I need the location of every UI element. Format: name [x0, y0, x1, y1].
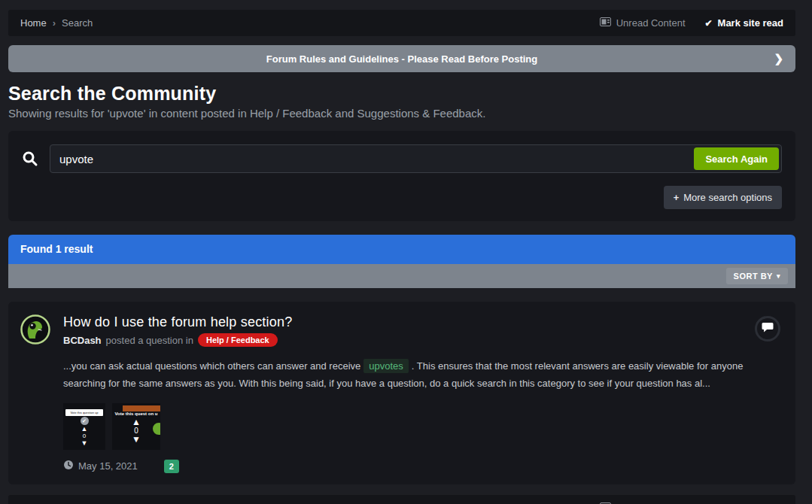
result-footer: May 15, 2021 2 [63, 460, 780, 473]
result-byline: BCDash posted a question in Help / Feedb… [63, 333, 755, 347]
author-link[interactable]: BCDash [63, 335, 102, 346]
upvote-arrow-icon: ▲ [132, 418, 141, 427]
page-container: Home › Search Unread Content ✔ Mark site… [8, 10, 795, 504]
chevron-right-icon: ❯ [774, 52, 783, 65]
unread-content-icon [600, 17, 611, 29]
snippet-highlight: upvotes [363, 359, 409, 373]
bar-actions: Unread Content ✔ Mark site read [600, 17, 783, 29]
vote-widget-preview: ✔ ▲ 0 ▼ [63, 417, 105, 447]
page-title: Search the Community [8, 83, 795, 105]
announcement-text: Forum Rules and Guidelines - Please Read… [266, 53, 537, 65]
unread-content-label: Unread Content [616, 17, 686, 29]
date-group: May 15, 2021 [63, 460, 138, 472]
result-title-link[interactable]: How do I use the forum help section? [63, 314, 755, 330]
byline-action-text: posted a question in [106, 335, 193, 346]
page-header: Search the Community Showing results for… [8, 83, 795, 120]
snippet-before: ...you can ask actual questions which ot… [63, 360, 360, 372]
results-header: Found 1 result SORT BY ▾ [8, 235, 795, 288]
result-head-main: How do I use the forum help section? BCD… [63, 314, 755, 347]
search-again-button[interactable]: Search Again [694, 147, 779, 170]
mini-avatar [151, 421, 160, 436]
question-type-indicator [755, 316, 780, 342]
result-date: May 15, 2021 [78, 460, 138, 472]
search-panel: Search Again + More search options [8, 131, 795, 221]
sort-by-label: SORT BY [734, 272, 773, 281]
thumbnail-tooltip-text: Vote this question up [65, 409, 103, 416]
replies-count-badge[interactable]: 2 [164, 460, 179, 473]
search-result-card: How do I use the forum help section? BCD… [8, 302, 795, 484]
top-breadcrumb-bar: Home › Search Unread Content ✔ Mark site… [8, 10, 795, 36]
attachment-thumbnail[interactable]: Vote this question up ✔ ▲ 0 ▼ [63, 403, 105, 450]
more-search-options-button[interactable]: + More search options [664, 186, 782, 209]
bottom-breadcrumb-bar: Home › Search Unread Content ✔ Mark site… [8, 495, 795, 504]
breadcrumb: Home › Search [20, 17, 93, 29]
more-search-options-label: More search options [683, 192, 772, 203]
mark-site-read-label: Mark site read [718, 17, 783, 29]
chevron-right-icon: › [53, 17, 56, 29]
check-circle-icon: ✔ [81, 417, 89, 425]
upvote-arrow-icon: ▲ [81, 426, 88, 433]
options-row: + More search options [22, 186, 782, 209]
downvote-arrow-icon: ▼ [81, 440, 88, 447]
sort-bar: SORT BY ▾ [8, 264, 795, 288]
checkmark-icon: ✔ [705, 18, 713, 29]
search-row: Search Again [22, 144, 782, 173]
search-icon [22, 150, 38, 167]
sort-by-button[interactable]: SORT BY ▾ [726, 268, 788, 284]
plus-icon: + [674, 192, 680, 203]
clock-icon [63, 460, 74, 472]
speech-bubble-icon [762, 322, 774, 335]
found-results-bar: Found 1 result [8, 235, 795, 264]
caret-down-icon: ▾ [777, 272, 780, 280]
result-head: How do I use the forum help section? BCD… [20, 314, 780, 347]
vote-count: 0 [83, 433, 86, 440]
downvote-arrow-icon: ▼ [132, 436, 141, 444]
announcement-banner[interactable]: Forum Rules and Guidelines - Please Read… [8, 45, 795, 72]
breadcrumb-home-link[interactable]: Home [20, 17, 47, 29]
breadcrumb-current: Search [62, 17, 93, 29]
category-badge[interactable]: Help / Feedback [198, 333, 278, 347]
attachment-thumbnails: Vote this question up ✔ ▲ 0 ▼ Vote this … [63, 403, 780, 450]
result-snippet: ...you can ask actual questions which ot… [63, 358, 780, 393]
unread-content-link[interactable]: Unread Content [600, 17, 686, 29]
search-input[interactable] [50, 144, 782, 173]
mark-site-read-link[interactable]: ✔ Mark site read [705, 17, 784, 29]
page-subtitle: Showing results for 'upvote' in content … [8, 107, 795, 120]
thumbnail-banner-strip [123, 405, 160, 411]
search-input-wrap: Search Again [50, 144, 782, 173]
avatar[interactable] [20, 314, 50, 345]
attachment-thumbnail[interactable]: Vote this quest on u ▲ 0 ▼ [112, 403, 160, 450]
